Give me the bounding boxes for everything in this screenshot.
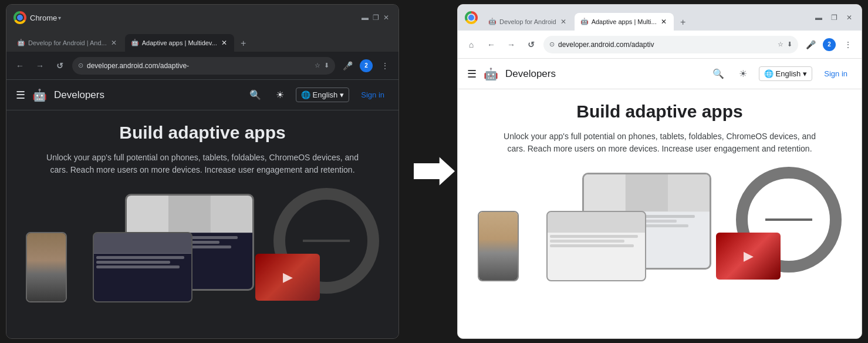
bookmark-icon[interactable]: ☆ — [315, 62, 320, 69]
left-hero-section: Build adaptive apps Unlock your app's fu… — [6, 110, 398, 182]
right-favicon-adaptive: 🤖 — [580, 18, 589, 26]
left-play-icon: ▶ — [255, 254, 320, 301]
right-tablet-sec-top — [548, 212, 645, 233]
close-button[interactable]: ✕ — [381, 12, 391, 23]
left-phone-screen — [27, 233, 66, 301]
download-icon[interactable]: ⬇ — [324, 62, 329, 69]
right-lang-button[interactable]: 🌐 English ▾ — [759, 66, 813, 81]
right-lang-dropdown-icon: ▾ — [803, 69, 807, 78]
right-minimize-button[interactable]: ▬ — [813, 12, 824, 23]
right-add-tab-button[interactable]: + — [675, 14, 691, 31]
right-theme-toggle[interactable]: ☀ — [734, 65, 752, 83]
left-lang-button[interactable]: 🌐 English ▾ — [296, 88, 350, 102]
left-dropdown-icon[interactable]: ▾ — [58, 15, 61, 21]
right-url-bar[interactable]: ⊙ developer.android.com/adaptiv ☆ ⬇ — [543, 36, 798, 53]
left-site-content: ☰ 🤖 Developers 🔍 ☀ 🌐 English ▾ Sign in B… — [6, 80, 398, 338]
right-forward-button[interactable]: → — [504, 37, 519, 52]
right-close-button[interactable]: ✕ — [844, 12, 855, 23]
right-close-develop[interactable]: ✕ — [559, 18, 568, 26]
back-button[interactable]: ← — [12, 58, 28, 73]
right-lang-text: English — [776, 69, 801, 78]
right-download-icon[interactable]: ⬇ — [787, 41, 792, 48]
right-tab-develop[interactable]: 🤖 Develop for Android ✕ — [482, 13, 573, 31]
left-tab-adaptive[interactable]: 🤖 Adaptive apps | Multidev... ✕ — [125, 34, 234, 52]
left-hero-desc: Unlock your app's full potential on phon… — [38, 152, 367, 176]
right-tablet-row — [584, 174, 710, 212]
left-cell-3 — [211, 196, 252, 233]
right-phone-screen — [479, 212, 518, 280]
right-hero-desc: Unlock your app's full potential on phon… — [495, 130, 824, 155]
right-maximize-button[interactable]: ❐ — [829, 12, 839, 23]
right-home-button[interactable]: ⌂ — [464, 37, 479, 52]
right-phone-small — [478, 211, 519, 281]
left-phone-small — [26, 232, 67, 302]
maximize-button[interactable]: ❐ — [370, 12, 381, 23]
left-brand-label: Developers — [54, 89, 104, 101]
left-tablet-secondary — [93, 232, 192, 302]
right-url-text: developer.android.com/adaptiv — [558, 41, 774, 49]
transition-arrow — [411, 155, 458, 187]
right-android-icon: 🤖 — [484, 67, 498, 81]
left-app-name: Chrome — [30, 14, 57, 22]
right-cell-3 — [668, 174, 710, 211]
right-tab-adaptive[interactable]: 🤖 Adaptive apps | Multi... ✕ — [575, 13, 674, 31]
left-theme-toggle[interactable]: ☀ — [271, 86, 289, 104]
left-video-card: ▶ — [255, 254, 320, 301]
right-sec-line-1 — [550, 235, 638, 238]
right-cell-1 — [584, 174, 626, 211]
right-chrome-logo-icon — [465, 11, 478, 24]
right-cell-2 — [626, 174, 667, 211]
right-sec-line-3 — [550, 244, 633, 247]
minimize-button[interactable]: ▬ — [360, 12, 370, 23]
right-bookmark-icon[interactable]: ☆ — [778, 41, 783, 48]
url-bar[interactable]: ⊙ developer.android.com/adaptive- ☆ ⬇ — [72, 57, 335, 75]
left-cell-2 — [168, 196, 210, 233]
left-site-nav: ☰ 🤖 Developers 🔍 ☀ 🌐 English ▾ Sign in — [6, 80, 398, 110]
main-container: Chrome ▾ ▬ ❐ ✕ 🤖 Develop for Android | A… — [0, 0, 868, 343]
right-browser-window: 🤖 Develop for Android ✕ 🤖 Adaptive apps … — [457, 4, 862, 339]
left-sign-in-button[interactable]: Sign in — [356, 88, 389, 102]
tab-close-develop[interactable]: ✕ — [110, 39, 118, 47]
right-search-button[interactable]: 🔍 — [710, 65, 727, 83]
right-profile-button[interactable]: 2 — [823, 38, 836, 51]
left-tab-develop[interactable]: 🤖 Develop for Android | And... ✕ — [11, 34, 124, 52]
right-hamburger-icon[interactable]: ☰ — [467, 68, 477, 80]
right-close-adaptive[interactable]: ✕ — [660, 18, 668, 26]
right-site-nav: ☰ 🤖 Developers 🔍 ☀ 🌐 English ▾ Sign in — [458, 59, 862, 89]
left-device-area: ▶ — [6, 188, 398, 305]
add-tab-button[interactable]: + — [235, 35, 252, 52]
right-back-button[interactable]: ← — [484, 37, 499, 52]
right-hero-title: Build adaptive apps — [475, 101, 844, 122]
right-menu-button[interactable]: ⋮ — [840, 37, 856, 52]
left-lang-dropdown-icon: ▾ — [340, 90, 344, 99]
right-device-area: ▶ — [458, 167, 862, 284]
left-hamburger-icon[interactable]: ☰ — [16, 89, 25, 102]
arrow-svg — [414, 155, 455, 187]
right-video-card: ▶ — [716, 233, 781, 280]
right-tablet-sec-screen — [548, 212, 645, 280]
left-search-button[interactable]: 🔍 — [246, 86, 264, 104]
left-browser-window: Chrome ▾ ▬ ❐ ✕ 🤖 Develop for Android | A… — [6, 4, 399, 339]
forward-button[interactable]: → — [32, 58, 48, 73]
menu-button[interactable]: ⋮ — [377, 58, 393, 73]
tab-favicon-adaptive: 🤖 — [131, 39, 139, 47]
left-sec-line-3 — [96, 265, 180, 268]
left-globe-icon: 🌐 — [301, 90, 310, 99]
right-sign-in-button[interactable]: Sign in — [819, 67, 852, 80]
left-hero-title: Build adaptive apps — [24, 122, 381, 143]
right-sec-line-2 — [550, 240, 624, 243]
reload-button[interactable]: ↺ — [52, 58, 67, 73]
right-reload-button[interactable]: ↺ — [523, 37, 539, 52]
right-device-mockup: ▶ — [458, 167, 862, 284]
url-text: developer.android.com/adaptive- — [87, 62, 311, 70]
right-mic-button[interactable]: 🎤 — [803, 37, 818, 52]
left-cell-1 — [127, 196, 168, 233]
left-lang-text: English — [313, 90, 338, 99]
profile-button[interactable]: 2 — [360, 59, 373, 72]
left-device-mockup: ▶ — [6, 188, 398, 305]
svg-marker-0 — [414, 157, 455, 185]
mic-button[interactable]: 🎤 — [340, 58, 355, 73]
tab-title-develop: Develop for Android | And... — [28, 39, 107, 46]
tab-close-adaptive[interactable]: ✕ — [220, 39, 228, 47]
left-title-bar: Chrome ▾ ▬ ❐ ✕ — [6, 5, 398, 31]
